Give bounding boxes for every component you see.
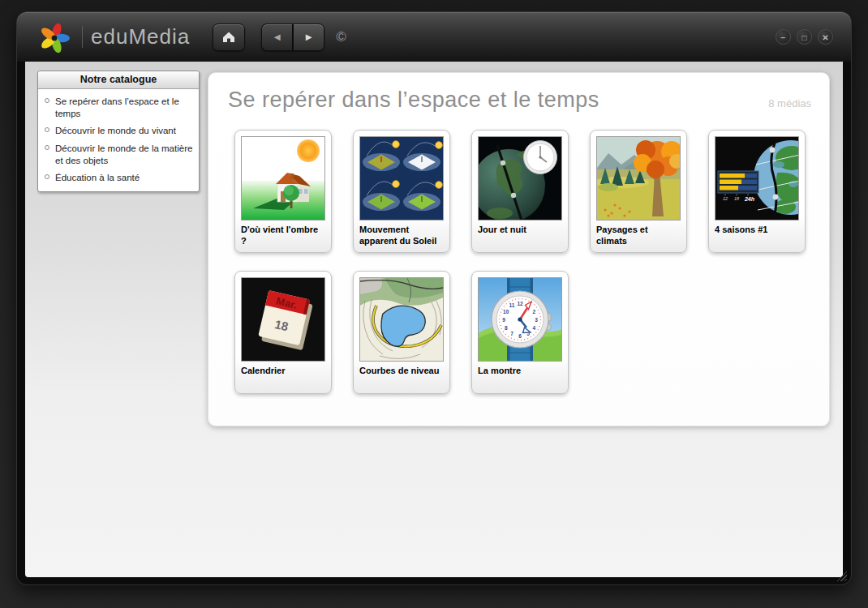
sidebar-item-label: Découvrir le monde de la matière et des … (55, 143, 194, 167)
media-panel: Se repérer dans l’espace et le temps 8 m… (208, 72, 830, 426)
media-card-mouvement-soleil[interactable]: Mouvement apparent du Soleil (353, 130, 450, 253)
sidebar-item-espace-temps[interactable]: Se repérer dans l’espace et le temps (43, 96, 194, 120)
svg-text:11: 11 (509, 302, 515, 308)
svg-text:24h: 24h (744, 196, 754, 202)
svg-text:6: 6 (518, 333, 522, 339)
media-count-badge: 8 médias (768, 97, 811, 109)
bullet-icon (45, 98, 49, 103)
history-nav: ◄ ► (261, 24, 324, 51)
svg-text:18: 18 (734, 196, 740, 201)
desktop-background: eduMedia ◄ ► © − □ ✕ (0, 0, 868, 608)
media-card-paysages-climats[interactable]: Paysages et climats (590, 130, 687, 253)
sidebar-item-label: Se repérer dans l’espace et le temps (55, 96, 194, 120)
app-window: eduMedia ◄ ► © − □ ✕ (16, 11, 852, 585)
media-card-label: Paysages et climats (596, 225, 681, 247)
forward-button[interactable]: ► (293, 24, 324, 51)
mouvement-soleil-thumbnail (359, 136, 444, 221)
brand-text: eduMedia (91, 24, 190, 49)
bullet-icon (45, 174, 49, 179)
sidebar-list: Se repérer dans l’espace et le temps Déc… (38, 89, 199, 191)
paysages-climats-thumbnail (596, 136, 681, 221)
media-card-la-montre[interactable]: 1 2 3 4 5 6 7 8 9 10 (471, 271, 569, 394)
media-card-ombre[interactable]: D'où vient l'ombre ? (234, 130, 332, 253)
titlebar[interactable]: eduMedia ◄ ► © − □ ✕ (17, 12, 851, 62)
media-card-label: Jour et nuit (478, 225, 562, 236)
svg-text:12: 12 (723, 196, 728, 201)
home-icon (221, 31, 236, 44)
sidebar-item-label: Découvrir le monde du vivant (55, 125, 176, 137)
calendrier-thumbnail: Mar. 18 (241, 277, 325, 362)
svg-text:12: 12 (517, 301, 523, 306)
media-card-label: 4 saisons #1 (715, 225, 799, 236)
media-card-label: D'où vient l'ombre ? (241, 225, 325, 247)
svg-text:10: 10 (503, 309, 509, 315)
jour-nuit-thumbnail (478, 136, 562, 221)
bullet-icon (45, 145, 49, 150)
media-card-label: Courbes de niveau (359, 366, 444, 377)
home-button[interactable] (213, 24, 245, 51)
forward-icon: ► (303, 31, 314, 43)
minimize-button[interactable]: − (776, 29, 791, 45)
page-title: Se repérer dans l’espace et le temps (228, 88, 599, 113)
copyright-symbol: © (336, 29, 346, 45)
back-icon: ◄ (272, 31, 282, 43)
sidebar-title: Notre catalogue (38, 71, 199, 89)
sidebar-item-monde-vivant[interactable]: Découvrir le monde du vivant (43, 125, 194, 137)
svg-text:7: 7 (510, 331, 513, 336)
bullet-icon (45, 127, 49, 132)
media-card-label: Mouvement apparent du Soleil (359, 225, 444, 247)
sidebar-item-education-sante[interactable]: Éducation à la santé (43, 172, 194, 184)
media-card-jour-nuit[interactable]: Jour et nuit (471, 130, 569, 253)
content-area: Notre catalogue Se repérer dans l’espace… (25, 62, 843, 577)
courbes-niveau-thumbnail (359, 277, 444, 362)
brand-divider (82, 26, 83, 48)
close-button[interactable]: ✕ (818, 29, 833, 45)
media-card-calendrier[interactable]: Mar. 18 Calendrier (234, 271, 332, 394)
la-montre-thumbnail: 1 2 3 4 5 6 7 8 9 10 (478, 277, 562, 362)
maximize-button[interactable]: □ (797, 29, 812, 45)
media-card-4-saisons[interactable]: 12 18 24h 4 saisons #1 (708, 130, 806, 253)
media-card-label: Calendrier (241, 366, 325, 377)
media-card-courbes-niveau[interactable]: Courbes de niveau (353, 271, 450, 394)
media-card-label: La montre (478, 366, 562, 377)
sidebar-item-label: Éducation à la santé (55, 172, 140, 184)
back-button[interactable]: ◄ (261, 24, 293, 51)
svg-text:9: 9 (502, 317, 505, 323)
svg-text:4: 4 (532, 325, 535, 331)
ombre-thumbnail (241, 136, 325, 221)
4-saisons-thumbnail: 12 18 24h (715, 136, 799, 221)
media-grid: D'où vient l'ombre ? (234, 130, 812, 394)
svg-text:3: 3 (535, 317, 538, 323)
svg-text:2: 2 (532, 309, 535, 315)
sidebar-item-matiere-objets[interactable]: Découvrir le monde de la matière et des … (43, 143, 194, 167)
panel-header: Se repérer dans l’espace et le temps 8 m… (208, 73, 829, 113)
svg-text:8: 8 (505, 325, 508, 331)
window-controls: − □ ✕ (776, 29, 833, 45)
edumedia-logo-icon (37, 19, 72, 55)
catalogue-sidebar: Notre catalogue Se repérer dans l’espace… (37, 71, 200, 192)
